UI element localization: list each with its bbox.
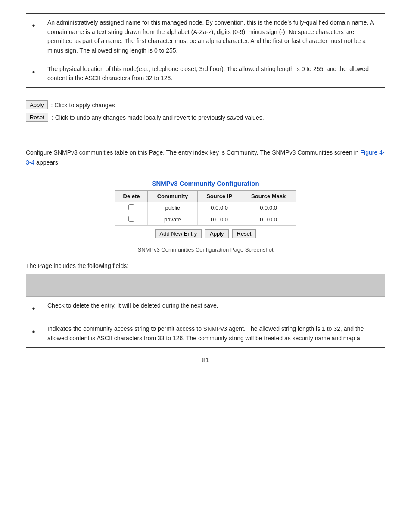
apply-description: : Click to apply changes xyxy=(51,102,115,109)
snmp-community-table: Delete Community Source IP Source Mask p… xyxy=(115,190,296,225)
reset-button[interactable]: Reset xyxy=(26,113,48,122)
apply-button[interactable]: Apply xyxy=(26,100,48,109)
col-delete: Delete xyxy=(115,190,148,202)
intro-text-after: appears. xyxy=(34,159,59,166)
add-new-entry-button[interactable]: Add New Entry xyxy=(155,229,202,238)
bullet-cell: • xyxy=(26,320,41,348)
page-number: 81 xyxy=(26,357,385,364)
table-row: • The physical location of this node(e.g… xyxy=(26,60,385,88)
table-row: • Check to delete the entry. It will be … xyxy=(26,296,385,320)
action-section: Apply : Click to apply changes Reset : C… xyxy=(26,100,385,122)
col-source-ip: Source IP xyxy=(197,190,241,202)
col-community: Community xyxy=(148,190,198,202)
delete-checkbox-private[interactable] xyxy=(128,216,134,222)
description-cell: The physical location of this node(e.g.,… xyxy=(41,60,385,88)
reset-row: Reset : Click to undo any changes made l… xyxy=(26,113,385,122)
intro-paragraph: Configure SNMPv3 communities table on th… xyxy=(26,148,385,167)
snmp-reset-button[interactable]: Reset xyxy=(232,229,256,238)
col-source-mask: Source Mask xyxy=(241,190,296,202)
delete-checkbox-public[interactable] xyxy=(128,204,134,210)
fields-description-table: • Check to delete the entry. It will be … xyxy=(26,274,385,348)
bullet-cell: • xyxy=(26,60,41,88)
table-header-row xyxy=(26,274,385,297)
table-row: public 0.0.0.0 0.0.0.0 xyxy=(115,202,296,214)
delete-checkbox-cell[interactable] xyxy=(115,202,148,214)
header-col-2 xyxy=(41,274,385,297)
description-cell: Indicates the community access string to… xyxy=(41,320,385,348)
table-row: • An administratively assigned name for … xyxy=(26,13,385,60)
screenshot-caption: SNMPv3 Communities Configuration Page Sc… xyxy=(26,246,385,253)
snmp-apply-button[interactable]: Apply xyxy=(205,229,229,238)
header-col-1 xyxy=(26,274,41,297)
description-cell: Check to delete the entry. It will be de… xyxy=(41,296,385,320)
intro-text-before: Configure SNMPv3 communities table on th… xyxy=(26,149,361,156)
delete-checkbox-cell[interactable] xyxy=(115,214,148,225)
top-description-table: • An administratively assigned name for … xyxy=(26,13,385,88)
snmp-box-title: SNMPv3 Community Configuration xyxy=(115,175,296,190)
snmp-community-config-box: SNMPv3 Community Configuration Delete Co… xyxy=(115,175,296,242)
community-cell: public xyxy=(148,202,198,214)
apply-row: Apply : Click to apply changes xyxy=(26,100,385,109)
community-cell: private xyxy=(148,214,198,225)
table-row: private 0.0.0.0 0.0.0.0 xyxy=(115,214,296,225)
source-ip-cell: 0.0.0.0 xyxy=(197,214,241,225)
snmp-table-header: Delete Community Source IP Source Mask xyxy=(115,190,296,202)
description-cell: An administratively assigned name for th… xyxy=(41,13,385,60)
reset-description: : Click to undo any changes made locally… xyxy=(52,114,264,121)
fields-intro: The Page includes the following fields: xyxy=(26,262,385,269)
snmp-button-row: Add New Entry Apply Reset xyxy=(115,225,296,242)
source-mask-cell: 0.0.0.0 xyxy=(241,214,296,225)
table-row: • Indicates the community access string … xyxy=(26,320,385,348)
source-ip-cell: 0.0.0.0 xyxy=(197,202,241,214)
bullet-cell: • xyxy=(26,296,41,320)
bullet-cell: • xyxy=(26,13,41,60)
source-mask-cell: 0.0.0.0 xyxy=(241,202,296,214)
